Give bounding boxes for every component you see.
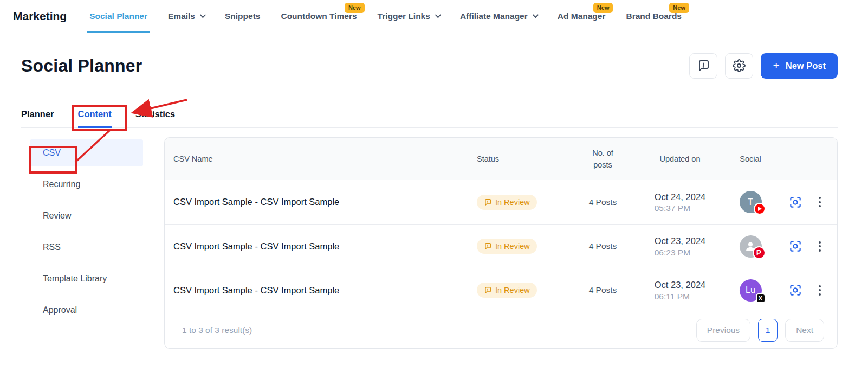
table-row: CSV Import Sample - CSV Import Sample In… bbox=[165, 180, 837, 224]
comment-alert-icon bbox=[484, 286, 491, 294]
avatar: Lu X bbox=[740, 279, 762, 302]
sidebar-item-approval[interactable]: Approval bbox=[30, 297, 143, 324]
column-header-status: Status bbox=[477, 155, 569, 163]
page-title: Social Planner bbox=[21, 56, 142, 76]
top-navigation: Marketing Social Planner Emails Snippets… bbox=[0, 0, 868, 33]
csv-name: CSV Import Sample - CSV Import Sample bbox=[165, 285, 477, 296]
posts-count: 4 Posts bbox=[569, 241, 637, 251]
content-sidebar: CSV Recurring Review RSS Template Librar… bbox=[30, 139, 143, 349]
brand-title: Marketing bbox=[13, 10, 67, 23]
sidebar-item-csv[interactable]: CSV bbox=[30, 139, 143, 166]
comment-alert-icon bbox=[484, 198, 491, 206]
sidebar-item-template-library[interactable]: Template Library bbox=[30, 265, 143, 292]
csv-name: CSV Import Sample - CSV Import Sample bbox=[165, 197, 477, 207]
table-row: CSV Import Sample - CSV Import Sample In… bbox=[165, 224, 837, 268]
nav-item-countdown-timers[interactable]: Countdown Timers New bbox=[281, 0, 357, 33]
table-footer: 1 to 3 of 3 result(s) Previous 1 Next bbox=[165, 312, 837, 348]
tab-content[interactable]: Content bbox=[78, 109, 112, 127]
youtube-badge-icon bbox=[754, 203, 766, 215]
status-badge: In Review bbox=[477, 283, 537, 298]
pinterest-badge-icon: P bbox=[753, 246, 766, 259]
posts-count: 4 Posts bbox=[569, 285, 637, 295]
status-badge: In Review bbox=[477, 239, 537, 254]
csv-table-card: CSV Name Status No. of posts Updated on … bbox=[164, 137, 838, 349]
feedback-button[interactable] bbox=[689, 53, 717, 79]
avatar: T bbox=[740, 191, 762, 213]
scan-focus-icon[interactable] bbox=[788, 239, 802, 253]
previous-page-button[interactable]: Previous bbox=[696, 319, 750, 342]
updated-on: Oct 23, 2024 06:11 PM bbox=[637, 279, 723, 302]
new-post-button[interactable]: + New Post bbox=[761, 53, 838, 79]
next-page-button[interactable]: Next bbox=[785, 319, 824, 342]
settings-button[interactable] bbox=[725, 53, 753, 79]
nav-item-emails[interactable]: Emails bbox=[168, 0, 204, 33]
page-number-button[interactable]: 1 bbox=[758, 319, 778, 342]
sidebar-item-rss[interactable]: RSS bbox=[30, 234, 143, 261]
chevron-down-icon bbox=[200, 11, 206, 17]
avatar: P bbox=[740, 235, 762, 258]
tab-statistics[interactable]: Statistics bbox=[135, 109, 175, 127]
posts-count: 4 Posts bbox=[569, 197, 637, 207]
column-header-no-of-posts: No. of posts bbox=[569, 147, 637, 171]
tab-planner[interactable]: Planner bbox=[21, 109, 54, 127]
column-header-social: Social bbox=[723, 155, 778, 163]
nav-item-social-planner[interactable]: Social Planner bbox=[89, 0, 147, 33]
nav-item-ad-manager[interactable]: Ad Manager New bbox=[558, 0, 606, 33]
table-row: CSV Import Sample - CSV Import Sample In… bbox=[165, 268, 837, 312]
new-badge: New bbox=[669, 3, 689, 13]
kebab-menu-icon[interactable] bbox=[817, 239, 823, 254]
chevron-down-icon bbox=[435, 11, 441, 17]
nav-item-snippets[interactable]: Snippets bbox=[225, 0, 260, 33]
kebab-menu-icon[interactable] bbox=[817, 195, 823, 209]
chevron-down-icon bbox=[533, 11, 539, 17]
scan-focus-icon[interactable] bbox=[788, 283, 802, 297]
page-header: Social Planner + New Post bbox=[21, 53, 838, 79]
results-count: 1 to 3 of 3 result(s) bbox=[182, 325, 252, 335]
gear-icon bbox=[733, 59, 746, 72]
updated-on: Oct 23, 2024 06:23 PM bbox=[637, 235, 723, 258]
status-badge: In Review bbox=[477, 195, 537, 210]
comment-alert-icon bbox=[484, 242, 491, 250]
column-header-csv-name: CSV Name bbox=[165, 155, 477, 163]
plus-icon: + bbox=[773, 60, 779, 71]
sidebar-item-review[interactable]: Review bbox=[30, 202, 143, 229]
scan-focus-icon[interactable] bbox=[788, 195, 802, 209]
x-badge-icon: X bbox=[756, 293, 766, 303]
new-badge: New bbox=[593, 3, 613, 13]
nav-item-trigger-links[interactable]: Trigger Links bbox=[378, 0, 439, 33]
kebab-menu-icon[interactable] bbox=[817, 283, 823, 298]
nav-item-affiliate-manager[interactable]: Affiliate Manager bbox=[460, 0, 537, 33]
csv-name: CSV Import Sample - CSV Import Sample bbox=[165, 241, 477, 252]
column-header-updated-on: Updated on bbox=[637, 155, 723, 163]
table-header: CSV Name Status No. of posts Updated on … bbox=[165, 138, 837, 180]
new-badge: New bbox=[345, 3, 365, 13]
content-tabs: Planner Content Statistics bbox=[21, 109, 838, 128]
comment-alert-icon bbox=[697, 59, 710, 72]
updated-on: Oct 24, 2024 05:37 PM bbox=[637, 191, 723, 214]
sidebar-item-recurring[interactable]: Recurring bbox=[30, 171, 143, 198]
nav-item-brand-boards[interactable]: Brand Boards New bbox=[626, 0, 682, 33]
